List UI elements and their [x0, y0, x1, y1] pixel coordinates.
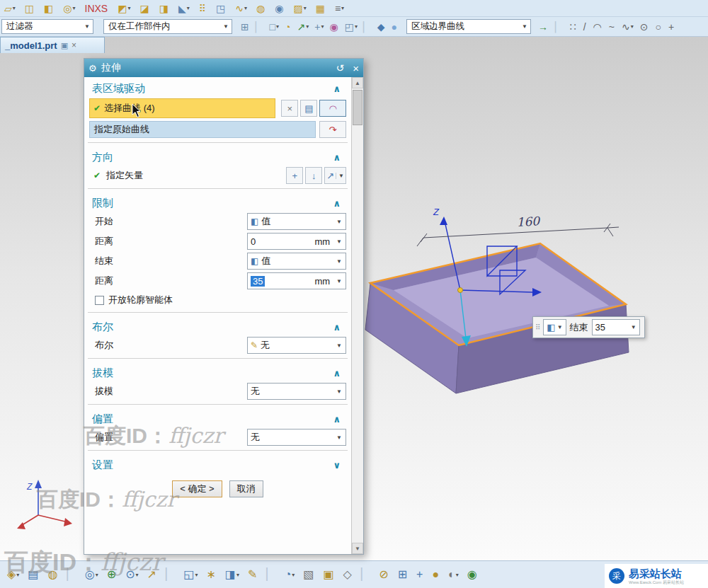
vector-dropdown[interactable]: ↗ ▼ — [324, 167, 346, 184]
separator[interactable]: ▏ — [266, 569, 275, 580]
offset-dropdown[interactable]: 无 ▼ — [247, 429, 346, 446]
separator[interactable]: ▏ — [555, 22, 564, 32]
type-filter-dropdown[interactable]: 过滤器 ▼ — [1, 19, 93, 34]
tab-close-icon[interactable]: × — [72, 40, 76, 50]
section-draft[interactable]: 拔模 ∧ — [88, 363, 348, 383]
reverse-selection-icon[interactable]: × — [281, 100, 298, 117]
scroll-up-icon[interactable]: ▲ — [352, 77, 363, 88]
dialog-options-icon[interactable]: ⚙ — [88, 63, 97, 74]
section-boolean[interactable]: 布尔 ∧ — [88, 317, 348, 337]
sweep-icon[interactable]: ∿▾ — [235, 4, 247, 13]
separator[interactable]: ▏ — [67, 569, 76, 580]
point-plus-icon[interactable]: + — [668, 22, 675, 32]
section-region[interactable]: 表区域驱动 ∧ — [88, 79, 348, 98]
line-tool-icon[interactable]: / — [583, 22, 587, 32]
snap-point-icon[interactable]: +▾ — [314, 22, 324, 32]
orient-view-icon[interactable]: ◎▾ — [85, 569, 98, 580]
chevron-down-icon[interactable]: ▼ — [520, 22, 529, 31]
rib-icon[interactable]: ▦ — [316, 4, 326, 13]
chevron-down-icon[interactable]: ▼ — [83, 22, 91, 31]
section-view-icon[interactable]: ◨▾ — [225, 569, 239, 580]
reverse-direction-icon[interactable]: ↓ — [305, 167, 322, 184]
collapse-icon[interactable]: ∧ — [333, 414, 341, 425]
iso-view-icon[interactable]: ◇ — [343, 569, 353, 580]
dialog-header[interactable]: ⚙ 拉伸 ↺ × — [84, 59, 363, 77]
polyline-tool-icon[interactable]: ~ — [609, 22, 615, 32]
sketch-icon[interactable]: ▱▾ — [4, 4, 16, 13]
edge-blend-icon[interactable]: ◪ — [139, 4, 149, 13]
inferred-vector-icon[interactable]: + — [286, 167, 303, 184]
revolve-icon[interactable]: ◎▾ — [63, 4, 75, 13]
curve-rule-dropdown[interactable]: 区域边界曲线 ▼ — [406, 19, 531, 34]
refresh-view-icon[interactable]: ◈▾ — [7, 569, 19, 580]
shaded-cube-icon[interactable]: ◆ — [377, 22, 386, 32]
start-distance-input[interactable]: 0 mm ▼ — [247, 233, 346, 250]
wcs-icon[interactable]: + — [416, 569, 423, 580]
snap-grid-icon[interactable]: ⊞ — [241, 22, 250, 32]
zoom-icon[interactable]: ⊙▾ — [125, 569, 138, 580]
boss-icon[interactable]: ▨▾ — [293, 4, 306, 13]
measure-distance-icon[interactable]: ◱▾ — [183, 569, 198, 580]
start-mode-dropdown[interactable]: ◧ 值 ▼ — [247, 213, 346, 230]
point-on-curve-icon[interactable]: ◉ — [329, 22, 338, 32]
end-distance-onscreen-input[interactable]: 35 ▼ — [592, 319, 640, 335]
arc-tool-icon[interactable]: ◠ — [593, 22, 603, 32]
end-distance-input[interactable]: 35 mm ▼ — [247, 272, 346, 289]
edit-display-icon[interactable]: ✎ — [248, 569, 258, 580]
collapse-icon[interactable]: ∧ — [333, 83, 341, 94]
layer-settings-icon[interactable]: ▤ — [28, 569, 39, 580]
extrude-icon[interactable]: ◧ — [44, 4, 54, 13]
onscreen-input-bar[interactable]: ⠿ ◧ ▼ 结束 35 ▼ — [532, 316, 645, 338]
inxs-icon[interactable]: INXS — [85, 4, 109, 13]
help-icon[interactable]: ◉ — [467, 569, 478, 580]
snap-toggle-icon[interactable]: ⊘ — [379, 569, 389, 580]
separator[interactable]: ▏ — [361, 569, 370, 580]
hole-icon[interactable]: ◉ — [275, 4, 284, 13]
section-direction[interactable]: 方向 ∧ — [88, 147, 348, 167]
scrollbar-thumb[interactable] — [353, 90, 362, 125]
dialog-scrollbar[interactable]: ▲ ▼ — [351, 77, 363, 554]
pan-icon[interactable]: ↗ — [147, 569, 157, 580]
pattern-feature-icon[interactable]: ⠿ — [199, 4, 207, 13]
select-scope-icon[interactable]: □▾ — [270, 22, 279, 32]
separator[interactable]: ▏ — [166, 569, 175, 580]
mirror-feature-icon[interactable]: ◳ — [216, 4, 226, 13]
cancel-button[interactable]: 取消 — [229, 480, 263, 497]
expand-icon[interactable]: ∨ — [333, 460, 341, 471]
drag-handle-icon[interactable]: ⠿ — [535, 323, 539, 331]
material-icon[interactable]: ● — [432, 569, 440, 580]
curve-list-icon[interactable]: ▤ — [300, 100, 317, 117]
dimension-value[interactable]: 160 — [516, 214, 541, 229]
origin-curve-field[interactable]: 指定原始曲线 — [89, 121, 316, 138]
show-hide-icon[interactable]: ◔▾ — [285, 569, 295, 580]
analysis-icon[interactable]: ∗ — [206, 569, 216, 580]
collapse-icon[interactable]: ∧ — [333, 152, 341, 163]
section-settings[interactable]: 设置 ∨ — [88, 455, 348, 475]
collapse-icon[interactable]: ∧ — [333, 322, 341, 333]
render-style-icon[interactable]: ◍ — [47, 569, 58, 580]
tube-icon[interactable]: ◍ — [256, 4, 266, 13]
rect-select-icon[interactable]: ◰▾ — [345, 22, 358, 32]
shell-icon[interactable]: ◨ — [159, 4, 169, 13]
highlight-icon[interactable]: ◔ — [285, 22, 291, 32]
chamfer-icon[interactable]: ◣▾ — [178, 4, 190, 13]
origin-curve-icon[interactable]: ↷ — [319, 121, 346, 138]
more-commands-icon[interactable]: ≡▾ — [335, 4, 344, 13]
ok-button[interactable]: < 确定 > — [172, 480, 222, 497]
spline-tool-icon[interactable]: ∿▾ — [622, 22, 634, 32]
reset-icon[interactable]: ↺ — [336, 62, 345, 74]
section-offset[interactable]: 偏置 ∧ — [88, 409, 348, 429]
circle-center-icon[interactable]: ⊙ — [640, 22, 649, 32]
sphere-display-icon[interactable]: ● — [391, 22, 397, 32]
wireframe-icon[interactable]: ▧ — [303, 569, 314, 580]
top-selection-icon[interactable]: ↗▾ — [297, 22, 309, 32]
separator[interactable]: ▏ — [256, 22, 264, 32]
close-icon[interactable]: × — [353, 62, 359, 74]
end-mode-dropdown[interactable]: ◧ 值 ▼ — [247, 253, 346, 270]
light-icon[interactable]: ◐▾ — [448, 569, 459, 580]
draft-dropdown[interactable]: 无 ▼ — [247, 383, 346, 400]
value-mode-dropdown[interactable]: ◧ ▼ — [543, 319, 566, 335]
open-profile-checkbox[interactable] — [95, 296, 104, 305]
unite-icon[interactable]: ◩▾ — [118, 4, 130, 13]
chevron-down-icon[interactable]: ▼ — [222, 22, 230, 31]
